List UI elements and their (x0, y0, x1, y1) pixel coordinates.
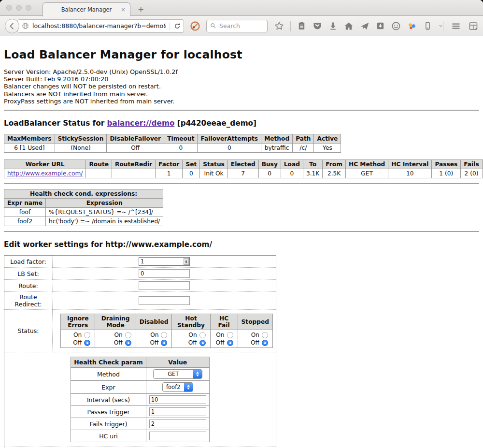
passes-label: Passes trigger (71, 406, 146, 418)
radio-on[interactable] (161, 332, 167, 338)
radio-off[interactable] (84, 340, 90, 346)
divider (4, 183, 479, 184)
balancer-link[interactable]: balancer://demo (107, 119, 175, 128)
val-route (86, 169, 112, 178)
hc-row-passes: Passes trigger (71, 406, 210, 418)
home-icon[interactable] (344, 21, 354, 31)
divider (4, 231, 479, 232)
col-method: Method (261, 134, 293, 144)
col-hc-fail: HC Fail (210, 314, 238, 330)
col-to: To (303, 160, 322, 169)
server-version-line: Server Version: Apache/2.5.0-dev (Unix) … (4, 68, 479, 75)
downloads-icon[interactable] (328, 21, 338, 30)
search-field[interactable]: Search (206, 20, 268, 32)
caret-down-icon[interactable] (439, 24, 443, 28)
route-input[interactable] (139, 281, 190, 290)
blocker-icon[interactable] (190, 21, 200, 31)
persist-notice-line: Balancer changes will NOT be persisted o… (4, 83, 479, 90)
toolbar-right-icons (443, 21, 478, 31)
bookmark-star-icon[interactable] (274, 21, 284, 31)
balancer-status-heading: LoadBalancer Status for balancer://demo … (4, 119, 479, 128)
radio-on[interactable] (84, 332, 90, 338)
radio-on[interactable] (227, 332, 233, 338)
worker-status-table: Worker URL Route RouteRedir Factor Set S… (4, 159, 483, 178)
heading-prefix: LoadBalancer Status for (4, 119, 107, 128)
val-disablefailover: Off (107, 144, 164, 153)
smiley-icon[interactable] (391, 21, 401, 31)
val-stickysession: (None) (55, 144, 107, 153)
minimize-window-button[interactable] (16, 5, 22, 11)
reading-list-icon[interactable] (297, 21, 306, 30)
lb-set-label: LB Set: (4, 268, 53, 280)
status-draining-mode-options: On Off (95, 330, 136, 348)
radio-on[interactable] (199, 332, 206, 338)
device-sync-icon[interactable] (423, 21, 432, 30)
reload-icon[interactable] (173, 22, 181, 30)
window-controls[interactable] (6, 5, 31, 11)
col-status: Status (200, 160, 228, 169)
passes-input[interactable] (149, 407, 206, 416)
hc-uri-input[interactable] (149, 432, 206, 440)
radio-on[interactable] (125, 332, 131, 338)
hc-row-fails: Fails trigger) (71, 418, 210, 430)
method-select[interactable]: GET (153, 369, 202, 379)
route-redirect-label: Route Redirect: (4, 292, 53, 310)
load-factor-stepper[interactable]: ▲▼ (139, 257, 190, 266)
new-tab-button[interactable]: + (138, 5, 144, 14)
worker-url-link[interactable]: http://www.example.com/ (7, 170, 83, 177)
tiles-icon[interactable] (469, 21, 478, 31)
lb-set-input[interactable] (139, 269, 190, 278)
route-redirect-input[interactable] (139, 296, 190, 305)
radio-off[interactable] (199, 340, 206, 346)
server-info: Server Version: Apache/2.5.0-dev (Unix) … (4, 68, 479, 105)
on-label: On (188, 332, 197, 338)
url-bar[interactable]: localhost:8880/balancer-manager?b=demo&w… (17, 19, 184, 33)
col-hc-method: HC Method (345, 160, 388, 169)
page-content: Load Balancer Manager for localhost Serv… (0, 48, 483, 448)
status-hot-standby-options: On Off (172, 330, 210, 348)
expr-select[interactable]: foof2 (162, 382, 193, 392)
val-method: bytraffic (261, 144, 293, 153)
table-header-row: MaxMembers StickySession DisableFailover… (4, 134, 341, 144)
table-row: 6 [1 Used] (None) Off 0 0 bytraffic /c/ … (4, 144, 341, 153)
hc-row-method: Method GET (71, 368, 210, 381)
off-label: Off (150, 339, 158, 346)
load-factor-input[interactable] (139, 257, 190, 266)
back-button[interactable] (5, 19, 19, 33)
val-to: 3.1K (303, 169, 322, 178)
col-load: Load (281, 160, 303, 169)
tab-balancer-manager[interactable]: Balancer Manager × (43, 2, 130, 16)
divider (4, 110, 479, 111)
off-label: Off (73, 339, 82, 346)
val-factor: 1 (156, 169, 183, 178)
tab-close-icon[interactable]: × (121, 7, 126, 13)
pocket-icon[interactable] (313, 21, 322, 31)
close-window-button[interactable] (6, 5, 12, 11)
radio-off[interactable] (262, 340, 268, 346)
url-text[interactable]: localhost:8880/balancer-manager?b=demo&w… (32, 22, 166, 29)
save-to-device-icon[interactable] (376, 21, 385, 30)
val-routeredir (112, 169, 156, 178)
col-hc-interval: HC Interval (388, 160, 432, 169)
edit-worker-form: Load factor: ▲▼ LB Set: Route: Route Red… (4, 255, 276, 448)
col-from: From (323, 160, 346, 169)
radio-off[interactable] (161, 340, 167, 346)
col-draining-mode: Draining Mode (95, 314, 136, 330)
menu-icon[interactable] (451, 21, 461, 31)
radio-on[interactable] (262, 332, 268, 338)
search-placeholder[interactable]: Search (219, 22, 240, 29)
send-icon[interactable] (360, 21, 369, 31)
tab-title: Balancer Manager (61, 6, 112, 13)
on-label: On (114, 332, 122, 338)
interval-input[interactable] (149, 395, 206, 404)
val-elected: 7 (227, 169, 258, 178)
globe-icon[interactable] (22, 22, 29, 29)
urlbar-divider (170, 22, 170, 30)
fails-input[interactable] (149, 419, 206, 428)
col-hot-standby: Hot Standby (172, 314, 210, 330)
radio-off[interactable] (227, 340, 233, 346)
colors-icon[interactable] (407, 21, 417, 31)
radio-off[interactable] (125, 340, 131, 346)
number-spinner-icon[interactable]: ▲▼ (184, 258, 189, 265)
zoom-window-button[interactable] (26, 5, 31, 11)
